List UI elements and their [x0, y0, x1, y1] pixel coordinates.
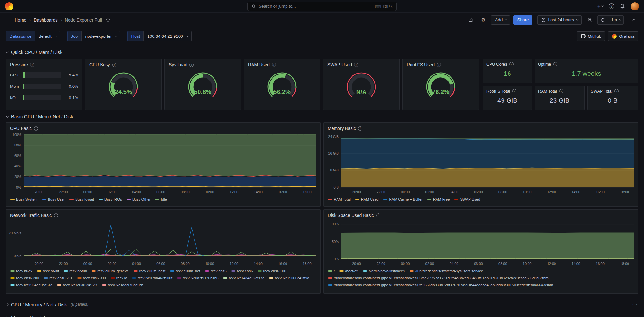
notifications-button[interactable] [620, 4, 625, 9]
legend-item[interactable]: recv cilium_geneve [92, 268, 128, 274]
disk-space-chart[interactable]: 100%50%0%20:0022:0000:0002:0004:0006:000… [324, 219, 638, 267]
variable-job-select[interactable]: node-exporter [81, 31, 120, 41]
legend-marker [258, 270, 262, 272]
legend-item[interactable]: Busy Iowait [69, 196, 94, 203]
row-memory-meminfo-collapsed[interactable]: Memory Meminfo [6, 313, 638, 317]
legend-item[interactable]: Busy System [10, 196, 37, 203]
legend-item[interactable]: Busy IRQs [99, 196, 122, 203]
legend-item[interactable]: recv cilium_host [134, 268, 165, 274]
info-icon[interactable]: i [358, 126, 362, 131]
legend-item[interactable]: RAM Used [355, 196, 379, 203]
legend-item[interactable]: RAM Cache + Buffer [383, 196, 423, 203]
legend-item[interactable]: recv lxc1484a52cf17a [223, 275, 264, 281]
row-quick-cpu-mem-disk[interactable]: Quick CPU / Mem / Disk [6, 48, 638, 56]
variable-datasource-select[interactable]: default [35, 31, 60, 41]
legend-item[interactable]: /run/containerd/io.containerd.grpc.v1.cr… [328, 275, 549, 281]
legend-item[interactable]: Idle [155, 196, 167, 203]
grafana-link-button[interactable]: Grafana [608, 31, 638, 41]
info-icon[interactable]: i [272, 63, 276, 67]
user-avatar[interactable] [631, 2, 639, 10]
info-icon[interactable]: i [354, 63, 358, 67]
share-button[interactable]: Share [513, 15, 532, 25]
info-icon[interactable]: i [509, 62, 514, 66]
svg-text:00:00: 00:00 [83, 262, 92, 266]
zoom-out-icon [587, 17, 592, 22]
legend-label: recv cilium_geneve [97, 268, 128, 274]
legend-item[interactable]: Busy User [42, 196, 65, 203]
info-icon[interactable]: i [189, 63, 194, 67]
legend-marker [10, 270, 15, 272]
row-basic-cpu-mem-net-disk[interactable]: Basic CPU / Mem / Net / Disk [6, 112, 638, 121]
pressure-bar-value: 5.4% [64, 73, 78, 77]
legend-item[interactable]: recv lxc1dda6f8ba9cb [102, 282, 143, 288]
legend-item[interactable]: / [328, 268, 335, 274]
legend-item[interactable]: recv br-ex [10, 268, 32, 274]
legend-marker [37, 270, 41, 272]
legend-item[interactable]: recv lo [111, 275, 127, 281]
stat-value: 1.7 weeks [535, 67, 638, 80]
breadcrumb-dashboards[interactable]: Dashboards [34, 17, 58, 23]
cpu-basic-chart[interactable]: 100%80%60%40%20%0%20:0022:0000:0002:0004… [6, 132, 320, 196]
add-panel-button[interactable]: Add [491, 15, 510, 25]
legend-item[interactable]: recv ens5 [205, 268, 227, 274]
info-icon[interactable]: i [553, 62, 557, 66]
legend-item[interactable]: recv ens6.100 [258, 268, 286, 274]
legend-item[interactable]: recv br-tun [64, 268, 87, 274]
github-link-button[interactable]: GitHub [577, 31, 605, 41]
legend-item[interactable]: recv ens6.200 [10, 275, 39, 281]
legend-label: recv ens6.300 [83, 275, 106, 281]
legend-item[interactable]: recv ens6 [231, 268, 253, 274]
info-icon[interactable]: i [614, 89, 619, 93]
favorite-star-button[interactable] [106, 17, 110, 22]
legend-item[interactable]: RAM Total [328, 196, 351, 203]
grafana-logo-icon[interactable] [5, 2, 13, 10]
time-range-picker[interactable]: Last 24 hours [537, 15, 582, 25]
row-drag-handle[interactable]: ⋮⋮ [631, 302, 638, 307]
network-traffic-chart[interactable]: 20 Mb/s0 b/s20:0022:0000:0002:0004:0006:… [6, 219, 320, 267]
legend-item[interactable]: recv lxc19060c42ff9d [269, 275, 309, 281]
info-icon[interactable]: i [437, 63, 441, 67]
svg-text:16:00: 16:00 [278, 190, 287, 194]
info-icon[interactable]: i [54, 213, 58, 217]
legend-item[interactable]: recv br-int [37, 268, 59, 274]
legend-label: RAM Cache + Buffer [389, 196, 423, 203]
help-button[interactable]: ? [609, 3, 614, 9]
legend-item[interactable]: /run/containerd/io.containerd.grpc.v1.cr… [328, 282, 553, 288]
search-input[interactable]: Search or jump to... ⌨ ctrl+k [247, 2, 397, 11]
info-icon[interactable]: i [512, 89, 516, 93]
legend-item[interactable]: recv lxc1964ec0ca51a [10, 282, 52, 288]
dashboard-settings-button[interactable]: ⚙ [478, 15, 488, 25]
row-cpu-memory-net-disk-collapsed[interactable]: CPU / Memory / Net / Disk (8 panels) ⋮⋮ [6, 300, 638, 309]
panel-cpu-basic: CPU Basici 100%80%60%40%20%0%20:0022:000… [6, 122, 321, 207]
legend-item[interactable]: recv lxc0a2f9126b1b6 [177, 275, 219, 281]
legend-item[interactable]: /run/credentials/systemd-sysusers.servic… [410, 268, 483, 274]
legend-item[interactable]: SWAP Used [454, 196, 480, 203]
memory-basic-chart[interactable]: 24 GiB16 GiB8 GiB0 B20:0022:0000:0002:00… [324, 132, 638, 196]
add-menu-button[interactable]: + [597, 3, 603, 9]
legend-item[interactable]: recv ens6.201 [44, 275, 72, 281]
info-icon[interactable]: i [559, 89, 563, 93]
info-icon[interactable]: i [30, 63, 34, 67]
variable-host-label: Host [127, 31, 143, 41]
save-dashboard-button[interactable] [466, 15, 475, 25]
breadcrumb-home[interactable]: Home [15, 17, 26, 23]
info-icon[interactable]: i [34, 126, 38, 131]
zoom-out-button[interactable] [585, 15, 594, 25]
variable-host-select[interactable]: 100.64.64.21:9100 [143, 31, 192, 41]
legend-item[interactable]: /boot/efi [339, 268, 358, 274]
legend-marker [10, 277, 15, 279]
pressure-bar-fill [23, 84, 24, 89]
legend-item[interactable]: recv lxc07ba462f900f [132, 275, 172, 281]
legend-item[interactable]: RAM Free [427, 196, 450, 203]
legend-item[interactable]: Busy Other [127, 196, 151, 203]
legend-item[interactable]: /var/lib/nova/instances [363, 268, 405, 274]
info-icon[interactable]: i [376, 213, 380, 217]
legend-item[interactable]: recv ens6.300 [77, 275, 106, 281]
menu-toggle-icon[interactable] [5, 18, 11, 22]
info-icon[interactable]: i [112, 63, 116, 67]
refresh-button[interactable] [598, 16, 608, 24]
refresh-interval-dropdown[interactable]: 1m [608, 16, 623, 24]
legend-item[interactable]: recv lxc1c0a02f492f7 [57, 282, 97, 288]
legend-item[interactable]: recv cilium_net [170, 268, 200, 274]
collapse-topbar-button[interactable] [629, 15, 639, 25]
